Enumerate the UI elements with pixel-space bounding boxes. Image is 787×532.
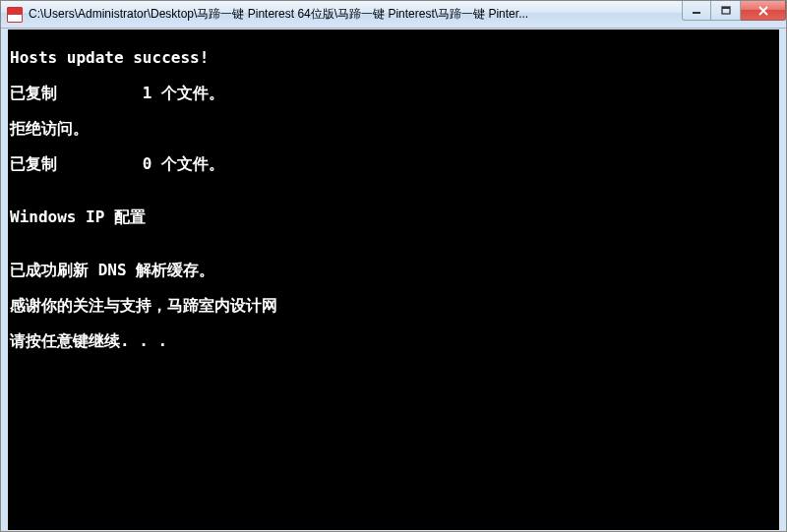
console-line: 已成功刷新 DNS 解析缓存。 <box>10 262 777 279</box>
titlebar[interactable]: C:\Users\Administrator\Desktop\马蹄一键 Pint… <box>1 1 786 29</box>
console-line: 已复制 1 个文件。 <box>10 85 777 102</box>
close-icon <box>757 6 769 16</box>
console-line: 请按任意键继续. . . <box>10 332 777 350</box>
console-line: 拒绝访问。 <box>10 120 777 138</box>
maximize-icon <box>721 6 731 16</box>
minimize-button[interactable] <box>682 1 711 21</box>
console-line: 感谢你的关注与支持，马蹄室内设计网 <box>10 297 777 315</box>
svg-rect-2 <box>722 7 730 9</box>
console-line: 已复制 0 个文件。 <box>10 155 777 173</box>
maximize-button[interactable] <box>711 1 741 21</box>
window-title: C:\Users\Administrator\Desktop\马蹄一键 Pint… <box>29 6 682 23</box>
console-line: Hosts update success! <box>10 49 777 67</box>
console-line: Windows IP 配置 <box>10 208 777 226</box>
minimize-icon <box>692 6 701 16</box>
window-controls <box>682 1 786 21</box>
close-button[interactable] <box>741 1 786 21</box>
console-output: Hosts update success! 已复制 1 个文件。 拒绝访问。 已… <box>8 30 779 530</box>
app-icon <box>7 7 23 23</box>
svg-rect-0 <box>693 12 700 14</box>
